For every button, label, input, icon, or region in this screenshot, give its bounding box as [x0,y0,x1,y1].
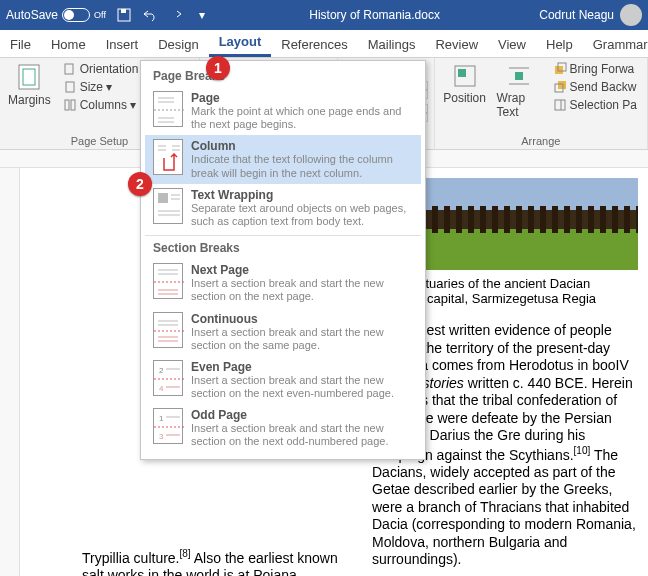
svg-rect-19 [555,100,565,110]
redo-icon[interactable] [168,7,184,23]
svg-rect-6 [65,100,69,110]
send-backward-icon [553,80,567,94]
title-bar: AutoSave Off ▾ History of Romania.docx C… [0,0,648,30]
wrap-text-button[interactable]: Wrap Text [495,61,543,121]
annotation-callout-2: 2 [128,172,152,196]
ribbon-tabs: File Home Insert Design Layout Reference… [0,30,648,58]
svg-rect-7 [71,100,75,110]
even-page-break-icon: 24 [153,360,183,396]
break-page[interactable]: PageMark the point at which one page end… [145,87,421,135]
size-icon [63,80,77,94]
tab-file[interactable]: File [0,32,41,57]
tab-home[interactable]: Home [41,32,96,57]
tab-insert[interactable]: Insert [96,32,149,57]
arrange-label: Arrange [441,135,641,147]
svg-rect-17 [558,81,566,89]
svg-text:3: 3 [159,432,164,441]
autosave-label: AutoSave [6,8,58,22]
annotation-callout-1: 1 [206,56,230,80]
save-icon[interactable] [116,7,132,23]
break-column[interactable]: ColumnIndicate that the text following t… [145,135,421,183]
qat-dropdown-icon[interactable]: ▾ [194,7,210,23]
continuous-break-icon [153,312,183,348]
quick-access-toolbar: ▾ [116,7,210,23]
svg-text:2: 2 [159,366,164,375]
svg-rect-5 [66,82,74,92]
breaks-dropdown: Page Breaks PageMark the point at which … [140,60,426,460]
svg-rect-4 [65,64,73,74]
svg-rect-1 [121,9,126,13]
send-backward-button[interactable]: Send Backw [549,79,641,95]
odd-page-break-icon: 13 [153,408,183,444]
orientation-icon [63,62,77,76]
autosave-toggle[interactable]: AutoSave Off [6,8,106,22]
break-text-wrapping[interactable]: Text WrappingSeparate text around object… [145,184,421,232]
column-break-icon [153,139,183,175]
svg-text:1: 1 [159,414,164,423]
break-even-page[interactable]: 24 Even PageInsert a section break and s… [145,356,421,404]
bring-forward-icon [553,62,567,76]
selection-pane-icon [553,98,567,112]
vertical-ruler[interactable] [0,168,20,576]
break-next-page[interactable]: Next PageInsert a section break and star… [145,259,421,307]
tab-references[interactable]: References [271,32,357,57]
autosave-state: Off [94,10,106,20]
selection-pane-button[interactable]: Selection Pa [549,97,641,113]
undo-icon[interactable] [142,7,158,23]
size-button[interactable]: Size ▾ [59,79,152,95]
user-name: Codrut Neagu [539,8,614,22]
toggle-off-icon [62,8,90,22]
position-button[interactable]: Position [441,61,489,121]
user-account[interactable]: Codrut Neagu [539,4,642,26]
page-breaks-heading: Page Breaks [145,67,421,87]
section-breaks-heading: Section Breaks [145,239,421,259]
margins-button[interactable]: Margins [6,61,53,113]
tab-design[interactable]: Design [148,32,208,57]
svg-rect-15 [555,66,563,74]
document-title: History of Romania.docx [210,8,539,22]
columns-icon [63,98,77,112]
columns-button[interactable]: Columns ▾ [59,97,152,113]
svg-rect-12 [515,72,523,80]
bring-forward-button[interactable]: Bring Forwa [549,61,641,77]
wrap-text-icon [506,63,532,89]
tab-view[interactable]: View [488,32,536,57]
avatar [620,4,642,26]
margins-icon [15,63,43,91]
tab-help[interactable]: Help [536,32,583,57]
body-text: Trypillia culture.[8] Also the earliest … [82,548,348,576]
svg-text:4: 4 [159,384,164,393]
break-odd-page[interactable]: 13 Odd PageInsert a section break and st… [145,404,421,452]
svg-rect-11 [458,69,466,77]
tab-grammarly[interactable]: Grammarly [583,32,648,57]
next-page-break-icon [153,263,183,299]
tab-mailings[interactable]: Mailings [358,32,426,57]
svg-rect-30 [158,193,168,203]
position-icon [452,63,478,89]
text-wrapping-break-icon [153,188,183,224]
tab-layout[interactable]: Layout [209,29,272,57]
page-break-icon [153,91,183,127]
break-continuous[interactable]: ContinuousInsert a section break and sta… [145,308,421,356]
orientation-button[interactable]: Orientation ▾ [59,61,152,77]
tab-review[interactable]: Review [425,32,488,57]
